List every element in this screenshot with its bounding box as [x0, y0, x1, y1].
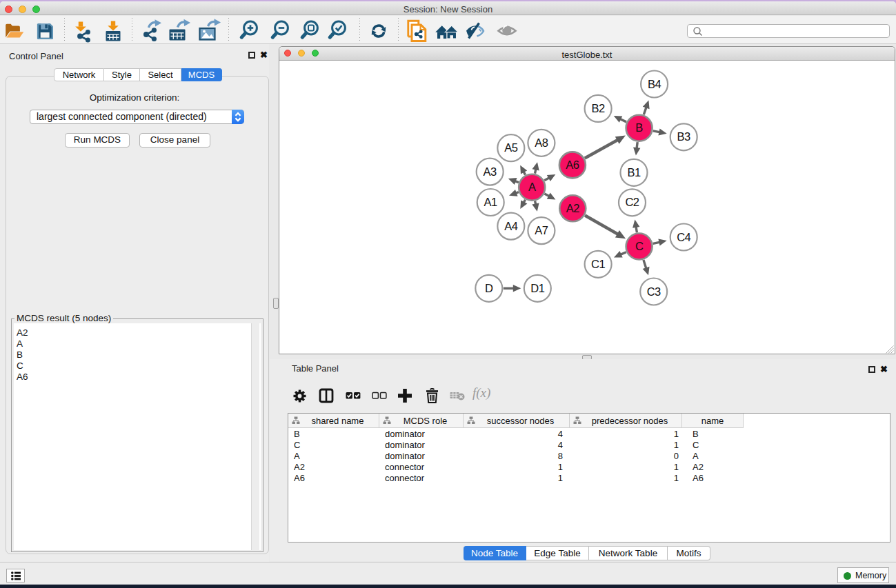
- svg-text:C4: C4: [677, 231, 690, 243]
- svg-text:A2: A2: [566, 202, 580, 214]
- svg-text:A: A: [528, 181, 536, 193]
- svg-text:B4: B4: [648, 78, 661, 90]
- svg-text:D: D: [485, 282, 493, 294]
- svg-text:B3: B3: [677, 130, 691, 143]
- svg-text:A4: A4: [504, 220, 518, 232]
- svg-text:A5: A5: [504, 141, 518, 154]
- svg-text:B2: B2: [592, 102, 606, 114]
- svg-text:C2: C2: [625, 196, 639, 208]
- svg-text:A8: A8: [535, 136, 548, 149]
- svg-text:A6: A6: [566, 159, 579, 171]
- svg-text:A1: A1: [484, 196, 498, 208]
- svg-text:A7: A7: [535, 224, 548, 236]
- svg-text:A3: A3: [484, 165, 497, 178]
- svg-text:C1: C1: [591, 258, 605, 270]
- svg-text:D1: D1: [530, 282, 544, 294]
- svg-text:B1: B1: [627, 166, 641, 179]
- svg-text:C: C: [635, 240, 644, 252]
- svg-text:B: B: [635, 121, 643, 134]
- svg-text:C3: C3: [647, 285, 661, 298]
